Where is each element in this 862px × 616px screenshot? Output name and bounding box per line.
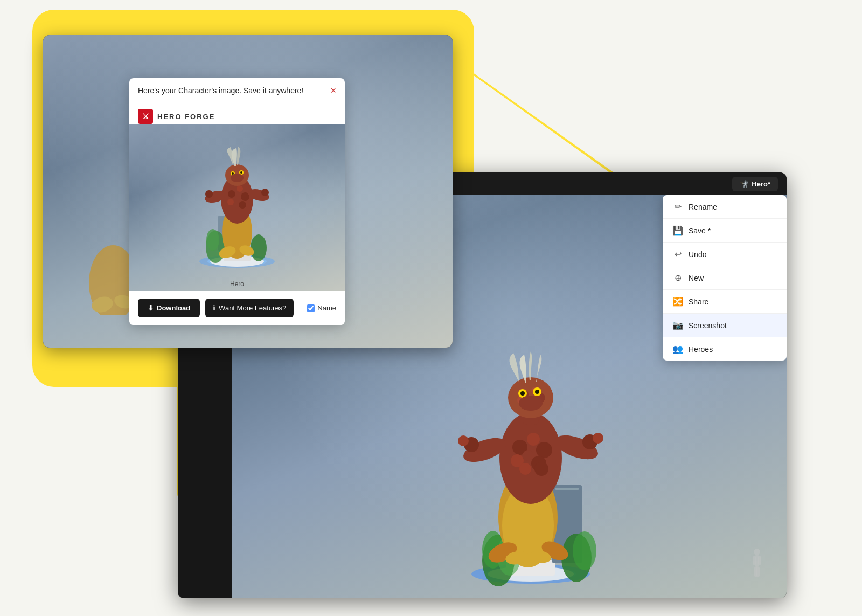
dropdown-item-save[interactable]: 💾 Save * (663, 219, 787, 243)
undo-label: Undo (689, 250, 706, 259)
dialog-image-area: Hero (129, 124, 345, 291)
dropdown-item-share[interactable]: 🔀 Share (663, 290, 787, 314)
main-viewport-bg: Here's your Character's image. Save it a… (43, 35, 453, 348)
svg-point-76 (519, 396, 543, 411)
svg-rect-79 (753, 556, 756, 565)
main-browser-window: Here's your Character's image. Save it a… (43, 35, 453, 348)
dropdown-item-new[interactable]: ⊕ New (663, 266, 787, 290)
svg-point-59 (534, 462, 548, 476)
svg-point-54 (536, 442, 552, 458)
heroforge-logo: ⚔ (138, 109, 153, 124)
save-image-dialog: Here's your Character's image. Save it a… (129, 78, 345, 325)
svg-point-25 (205, 190, 213, 198)
share-icon: 🔀 (672, 296, 683, 307)
dropdown-item-screenshot[interactable]: 📷 Screenshot (663, 314, 787, 337)
download-label: Download (157, 304, 190, 312)
svg-point-19 (228, 190, 235, 198)
name-checkbox-label[interactable]: Name (307, 304, 336, 312)
info-icon: ℹ (213, 304, 215, 312)
svg-point-53 (527, 433, 540, 446)
rename-icon: ✏ (672, 202, 683, 212)
save-label: Save * (689, 226, 711, 235)
dropdown-item-rename[interactable]: ✏ Rename (663, 195, 787, 219)
hero-btn-label: Hero* (752, 180, 770, 188)
more-label: Want More Features? (219, 304, 286, 312)
large-character (423, 275, 638, 587)
svg-point-77 (754, 549, 760, 555)
svg-point-14 (206, 229, 219, 251)
svg-point-44 (573, 531, 596, 570)
svg-point-13 (251, 234, 267, 261)
context-dropdown-menu: ✏ Rename 💾 Save * ↩ Undo ⊕ New (663, 195, 787, 361)
hero-menu-button[interactable]: 🤺 Hero* (732, 177, 778, 191)
character-scene (189, 102, 286, 275)
download-button[interactable]: ⬇ Download (138, 299, 200, 317)
dialog-title: Here's your Character's image. Save it a… (138, 86, 303, 95)
svg-point-58 (519, 463, 531, 475)
new-icon: ⊕ (672, 273, 683, 283)
share-label: Share (689, 297, 708, 306)
dialog-header: Here's your Character's image. Save it a… (129, 78, 345, 103)
dialog-close-btn[interactable]: × (330, 86, 336, 95)
new-label: New (689, 274, 704, 282)
hero-icon: 🤺 (740, 180, 748, 188)
svg-point-23 (239, 201, 246, 209)
screenshot-label: Screenshot (689, 321, 727, 330)
svg-point-27 (261, 189, 269, 196)
save-icon: 💾 (672, 225, 683, 236)
scale-figure (749, 548, 765, 582)
heroes-label: Heroes (689, 345, 713, 354)
name-checkbox[interactable] (307, 304, 315, 312)
svg-point-33 (231, 174, 244, 182)
svg-rect-82 (756, 567, 760, 577)
dialog-footer: ⬇ Download ℹ Want More Features? Name (129, 291, 345, 325)
heroes-icon: 👥 (672, 344, 683, 354)
checkbox-text: Name (317, 304, 336, 312)
svg-point-65 (593, 433, 603, 444)
svg-point-62 (458, 435, 469, 446)
rename-label: Rename (689, 203, 717, 211)
undo-icon: ↩ (672, 249, 683, 259)
svg-point-21 (241, 192, 249, 201)
dropdown-item-heroes[interactable]: 👥 Heroes (663, 337, 787, 361)
char-name-label: Hero (129, 280, 345, 288)
dropdown-item-undo[interactable]: ↩ Undo (663, 243, 787, 266)
svg-point-75 (535, 390, 539, 394)
svg-point-22 (227, 199, 234, 205)
svg-point-73 (520, 391, 525, 396)
svg-point-20 (237, 185, 243, 192)
svg-point-32 (240, 171, 242, 174)
screenshot-icon: 📷 (672, 320, 683, 330)
svg-rect-39 (555, 488, 579, 490)
svg-rect-80 (758, 556, 761, 565)
download-icon: ⬇ (148, 304, 154, 312)
want-more-features-button[interactable]: ℹ Want More Features? (205, 299, 294, 317)
svg-point-57 (523, 450, 533, 461)
